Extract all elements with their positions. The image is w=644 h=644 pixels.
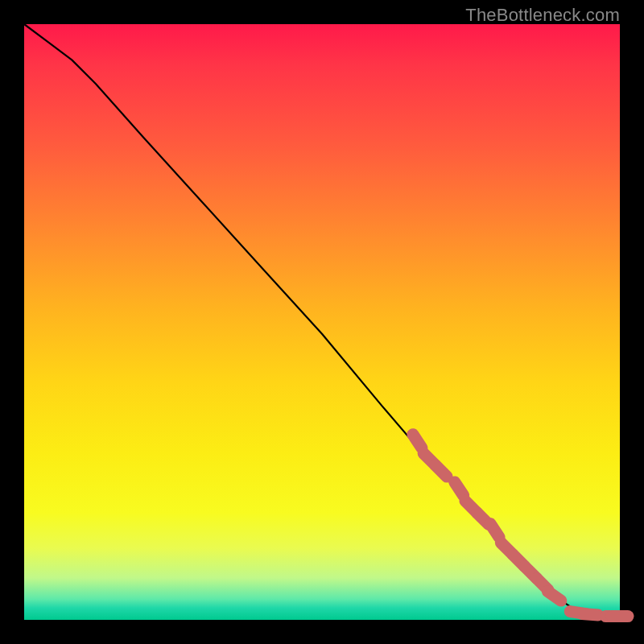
plot-area	[24, 24, 620, 620]
scatter-point	[413, 435, 422, 448]
curve-line	[24, 24, 620, 617]
scatter-points	[413, 435, 628, 617]
chart-stage: TheBottleneck.com	[0, 0, 644, 644]
scatter-point	[582, 614, 598, 616]
chart-svg	[24, 24, 620, 620]
scatter-point	[436, 465, 447, 477]
watermark-text: TheBottleneck.com	[465, 5, 620, 26]
scatter-point	[490, 524, 499, 538]
scatter-point	[455, 482, 464, 496]
scatter-point	[547, 592, 560, 601]
